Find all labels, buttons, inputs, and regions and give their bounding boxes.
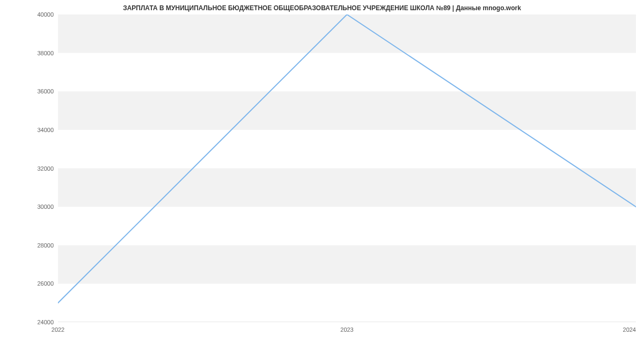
plot-area xyxy=(58,14,636,322)
y-tick-label: 38000 xyxy=(5,50,54,56)
y-tick-label: 26000 xyxy=(5,280,54,287)
y-tick-label: 36000 xyxy=(5,88,54,94)
salary-line-chart: ЗАРПЛАТА В МУНИЦИПАЛЬНОЕ БЮДЖЕТНОЕ ОБЩЕО… xyxy=(0,0,644,349)
y-tick-label: 32000 xyxy=(5,165,54,172)
grid-band xyxy=(58,245,636,284)
chart-title: ЗАРПЛАТА В МУНИЦИПАЛЬНОЕ БЮДЖЕТНОЕ ОБЩЕО… xyxy=(123,4,521,12)
y-tick-label: 28000 xyxy=(5,242,54,249)
chart-svg xyxy=(58,14,636,322)
grid-band xyxy=(58,169,636,207)
grid-band xyxy=(58,91,636,130)
grid-band xyxy=(58,14,636,53)
y-tick-label: 40000 xyxy=(5,11,54,18)
y-tick-label: 34000 xyxy=(5,127,54,133)
x-tick-label: 2023 xyxy=(340,326,353,333)
x-tick-label: 2022 xyxy=(52,326,64,333)
y-tick-label: 24000 xyxy=(5,319,54,325)
y-tick-label: 30000 xyxy=(5,203,54,210)
x-tick-label: 2024 xyxy=(623,326,636,333)
